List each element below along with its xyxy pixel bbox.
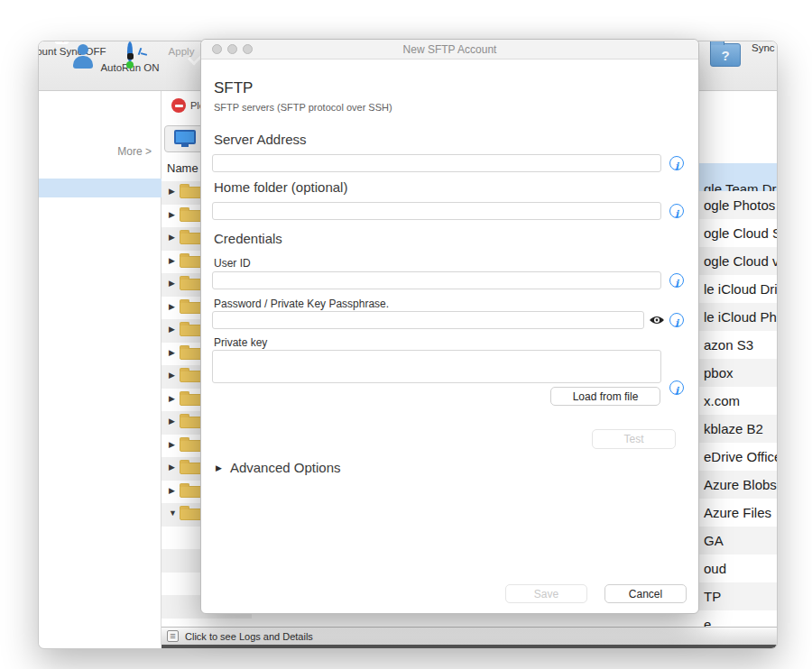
stop-icon bbox=[171, 98, 186, 113]
account-type-label: GA bbox=[704, 527, 724, 554]
account-type-label: gle Team Dri bbox=[704, 180, 778, 191]
name-column-header[interactable]: Name bbox=[167, 161, 198, 175]
account-type-label: ogle Cloud St bbox=[704, 219, 778, 247]
logs-bar-text: Click to see Logs and Details bbox=[185, 628, 313, 646]
zoom-icon[interactable] bbox=[243, 44, 253, 54]
clock-square-badge bbox=[127, 53, 134, 60]
account-type-label: kblaze B2 bbox=[704, 415, 763, 443]
private-key-label: Private key bbox=[214, 336, 267, 349]
dialog-subheading: SFTP servers (SFTP protocol over SSH) bbox=[214, 102, 392, 113]
account-type-label: ogle Photos bbox=[704, 191, 775, 219]
account-type-label: pbox bbox=[704, 359, 734, 387]
disclosure-icon[interactable] bbox=[169, 486, 175, 495]
credentials-label: Credentials bbox=[214, 231, 282, 246]
dialog-title: New SFTP Account bbox=[201, 40, 698, 60]
info-icon[interactable] bbox=[669, 204, 684, 218]
disclosure-icon[interactable] bbox=[169, 509, 177, 518]
test-button[interactable]: Test bbox=[592, 429, 676, 449]
account-type-label: ogle Cloud via bbox=[704, 247, 778, 275]
disclosure-icon[interactable] bbox=[169, 187, 175, 196]
computer-icon[interactable] bbox=[174, 130, 196, 144]
sync-rules-label: Sync R bbox=[752, 42, 778, 53]
disclosure-icon[interactable] bbox=[169, 233, 175, 242]
account-type-label: Azure Files bbox=[704, 499, 771, 527]
advanced-options-label: Advanced Options bbox=[230, 460, 341, 475]
save-button[interactable]: Save bbox=[505, 584, 587, 603]
sidebar-selected-row[interactable] bbox=[39, 179, 161, 197]
more-link[interactable]: More > bbox=[117, 145, 152, 158]
load-from-file-button[interactable]: Load from file bbox=[550, 387, 660, 406]
new-sftp-account-dialog: New SFTP Account SFTP SFTP servers (SFTP… bbox=[200, 39, 699, 614]
logs-bar[interactable]: Click to see Logs and Details bbox=[161, 627, 778, 645]
info-icon[interactable] bbox=[669, 273, 684, 288]
disclosure-icon[interactable] bbox=[169, 325, 175, 334]
help-folder-icon[interactable] bbox=[710, 43, 741, 67]
password-label: Password / Private Key Passphrase. bbox=[214, 298, 389, 310]
disclosure-icon[interactable] bbox=[169, 463, 175, 472]
left-sidebar: More > bbox=[39, 91, 161, 645]
server-address-input[interactable] bbox=[212, 154, 661, 172]
account-type-label: Azure Blobs bbox=[704, 471, 777, 499]
chevron-right-icon bbox=[216, 463, 222, 472]
dialog-heading: SFTP bbox=[214, 79, 253, 97]
account-type-label: oud bbox=[704, 554, 726, 582]
server-address-label: Server Address bbox=[214, 132, 307, 147]
show-password-eye-icon[interactable] bbox=[649, 314, 665, 326]
home-folder-input[interactable] bbox=[212, 202, 661, 220]
disclosure-icon[interactable] bbox=[169, 279, 175, 288]
disclosure-icon[interactable] bbox=[169, 417, 175, 426]
info-icon[interactable] bbox=[669, 313, 684, 327]
disclosure-icon[interactable] bbox=[169, 371, 175, 380]
logs-list-icon bbox=[167, 630, 179, 642]
window-bottom-edge bbox=[161, 645, 778, 649]
disclosure-icon[interactable] bbox=[169, 210, 175, 219]
private-key-textarea[interactable] bbox=[212, 350, 661, 383]
user-id-label: User ID bbox=[214, 257, 251, 270]
disclosure-icon[interactable] bbox=[169, 348, 175, 357]
info-icon[interactable] bbox=[669, 156, 684, 170]
cancel-button[interactable]: Cancel bbox=[604, 584, 687, 603]
account-type-label: x.com bbox=[704, 387, 740, 415]
account-type-label: le iCloud Driv bbox=[704, 275, 778, 303]
account-type-label: eDrive Office3 bbox=[704, 443, 778, 471]
account-type-label: azon S3 bbox=[704, 331, 753, 359]
disclosure-icon[interactable] bbox=[169, 440, 175, 449]
user-id-input[interactable] bbox=[212, 271, 661, 289]
account-type-label: le iCloud Pho bbox=[704, 303, 778, 331]
close-icon[interactable] bbox=[212, 44, 222, 54]
autorun-clock-icon bbox=[127, 41, 133, 62]
disclosure-icon[interactable] bbox=[169, 302, 175, 311]
sync-arrows-badge: ⇆ bbox=[55, 41, 69, 44]
dialog-titlebar: New SFTP Account bbox=[201, 40, 698, 60]
disclosure-icon[interactable] bbox=[169, 256, 175, 265]
account-type-label: TP bbox=[704, 582, 721, 610]
disclosure-icon[interactable] bbox=[169, 394, 175, 403]
info-icon[interactable] bbox=[669, 380, 684, 395]
clock-green-badge bbox=[126, 61, 134, 69]
password-input[interactable] bbox=[212, 311, 644, 329]
home-folder-label: Home folder (optional) bbox=[214, 179, 347, 195]
minimize-icon[interactable] bbox=[227, 44, 237, 54]
advanced-options-toggle[interactable]: Advanced Options bbox=[216, 460, 341, 475]
